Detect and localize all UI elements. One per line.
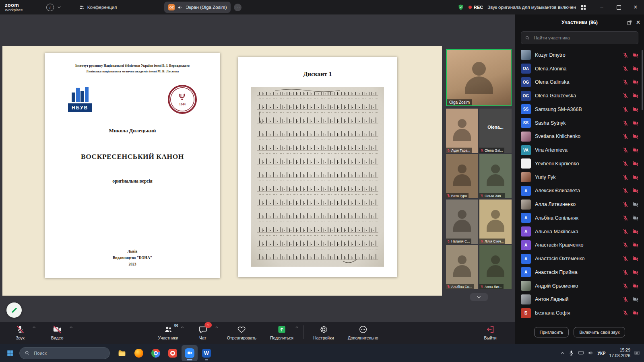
participant-row[interactable]: Антон Ладный [515, 293, 644, 306]
mic-muted-icon [623, 147, 628, 153]
file-explorer-icon[interactable] [114, 345, 130, 361]
toolbar-react-button[interactable]: Отреагировать [223, 324, 260, 340]
participant-row[interactable]: Yuriy Fyk [515, 171, 644, 184]
toolbar-share-button[interactable]: Поделиться [266, 324, 297, 340]
info-icon[interactable] [46, 4, 54, 11]
participant-row[interactable]: Алла Литвиненко [515, 197, 644, 211]
video-tile[interactable]: Лілія Сініч... [479, 200, 512, 244]
close-panel-icon[interactable] [636, 19, 640, 26]
active-speaker-tile[interactable]: Olga Zosim [446, 49, 512, 106]
participant-row[interactable]: SS Samsung SM-A366B [515, 103, 644, 116]
tab-conference-label: Конференция [87, 5, 117, 10]
firefox-icon[interactable] [131, 345, 147, 361]
zoom-app-icon[interactable] [182, 345, 198, 361]
chevron-down-icon[interactable] [57, 5, 61, 9]
video-tile-name: Алла Лит... [485, 285, 502, 289]
windows-logo-icon [6, 350, 14, 357]
start-button[interactable] [2, 345, 18, 361]
participant-row[interactable]: Svetlana Khilchenko [515, 130, 644, 144]
participant-row[interactable]: SS Sasha Sytnyk [515, 116, 644, 130]
toolbar-audio-button[interactable]: Звук [6, 324, 35, 340]
participant-search[interactable] [521, 31, 638, 44]
minimize-button[interactable] [593, 0, 610, 14]
view-grid-icon[interactable] [580, 4, 586, 10]
video-tile[interactable]: Альбіна Со... [446, 245, 478, 289]
participant-row[interactable]: OG Olena Galuzevska [515, 89, 644, 103]
language-indicator[interactable]: УКР [597, 351, 605, 356]
original-sound-status[interactable]: Звук оригинала для музыкантов включен [487, 5, 576, 10]
video-tile[interactable]: Лідія Тара... [446, 109, 478, 153]
participant-row[interactable]: А Анастасія Охтеменко [515, 252, 644, 265]
security-shield-icon[interactable] [458, 4, 464, 10]
taskbar-search-input[interactable] [33, 350, 105, 356]
chrome-icon[interactable] [148, 345, 164, 361]
imprint-publisher: Видавництво "БОНА" [45, 255, 220, 261]
notification-center-icon[interactable] [634, 350, 640, 356]
toolbar-more-button[interactable]: Дополнительно [344, 324, 382, 340]
chevron-up-icon[interactable] [295, 325, 299, 329]
participant-row[interactable]: Андрій Єрьоменко [515, 279, 644, 293]
video-tile[interactable]: Olena... Olena Gal... [479, 109, 512, 153]
tab-conference[interactable]: Конференция [75, 2, 121, 13]
leave-meeting-button[interactable]: Выйти [476, 324, 505, 340]
participants-list[interactable]: Kozyr Dmytro OA Olena Afonina OG Olena G… [515, 48, 644, 321]
annotate-button[interactable] [6, 302, 22, 318]
video-tile-name: Альбіна Со... [451, 285, 472, 289]
document-imprint: Львів Видавництво "БОНА" 2023 [45, 248, 220, 267]
tray-display-icon[interactable] [578, 350, 584, 356]
chevron-up-icon[interactable] [180, 325, 184, 329]
gear-icon [319, 325, 328, 334]
mic-muted-icon [480, 285, 484, 288]
toolbar-chat-button[interactable]: 1 Чат [188, 324, 217, 340]
imprint-city: Львів [45, 248, 220, 255]
tray-volume-icon[interactable] [588, 350, 594, 356]
system-tray: УКР 15:29 17.03.2026 [560, 348, 644, 358]
tray-mic-icon[interactable] [568, 350, 574, 356]
participant-row[interactable]: А Алексик Єлизавета [515, 184, 644, 198]
participant-row[interactable]: А Анастасія Кравченко [515, 239, 644, 252]
participant-row[interactable]: OA Olena Afonina [515, 62, 644, 76]
mic-muted-icon [623, 107, 628, 112]
video-tile[interactable]: Вита Гура [446, 154, 478, 198]
taskbar-clock[interactable]: 15:29 17.03.2026 [609, 348, 630, 358]
mic-muted-icon [16, 325, 25, 334]
participant-row[interactable]: Kozyr Dmytro [515, 48, 644, 62]
close-button[interactable] [627, 0, 644, 14]
participant-avatar: OG [521, 77, 531, 87]
tab-options-icon[interactable] [234, 4, 242, 11]
unmute-all-button[interactable]: Включить свой звук [574, 327, 625, 337]
scrollbar[interactable] [642, 50, 643, 110]
collapse-strip-button[interactable] [470, 293, 488, 301]
tab-screen-share[interactable]: OZ Экран (Olga Zosim) [164, 2, 231, 13]
participant-row[interactable]: OG Olena Galinska [515, 76, 644, 89]
chevron-up-icon[interactable] [69, 325, 73, 329]
participant-silhouette [446, 245, 478, 289]
taskbar-search[interactable] [19, 347, 110, 359]
rec-dot-icon [469, 6, 472, 9]
maximize-button[interactable] [610, 0, 627, 14]
invite-button[interactable]: Пригласить [534, 327, 569, 337]
participants-panel-title: Участники (86) [561, 20, 598, 25]
word-app-icon[interactable] [198, 345, 215, 361]
participant-row[interactable]: VA Vira Artemieva [515, 143, 644, 157]
participant-row[interactable]: Yevhenii Kupriienko [515, 157, 644, 171]
taskbar-app-icon[interactable] [165, 345, 181, 361]
toolbar-settings-button[interactable]: Настройки [309, 324, 338, 340]
participant-name: Vira Artemieva [535, 147, 619, 153]
participant-row[interactable]: А Альона Макіївська [515, 225, 644, 239]
participant-row[interactable]: Б Безпала Софія [515, 306, 644, 320]
chevron-up-icon[interactable] [215, 325, 219, 329]
recording-indicator[interactable]: REC [469, 5, 483, 10]
document-logos: НБУВ 1844 [68, 85, 197, 114]
participant-search-input[interactable] [533, 35, 634, 41]
video-tile[interactable]: Алла Лит... [479, 245, 512, 289]
participant-row[interactable]: А Альбіна Сопільняк [515, 211, 644, 225]
video-tile[interactable]: Наталія С... [446, 200, 478, 244]
popout-icon[interactable] [626, 20, 632, 26]
video-tile[interactable]: Ольга Зав... [479, 154, 512, 198]
toolbar-video-button[interactable]: Видео [43, 324, 72, 340]
chevron-up-icon[interactable] [32, 325, 36, 329]
tray-expand-icon[interactable] [560, 351, 565, 355]
toolbar-participants-button[interactable]: 86 Участники [154, 324, 183, 340]
participant-row[interactable]: А Анастасія Прийма [515, 265, 644, 279]
